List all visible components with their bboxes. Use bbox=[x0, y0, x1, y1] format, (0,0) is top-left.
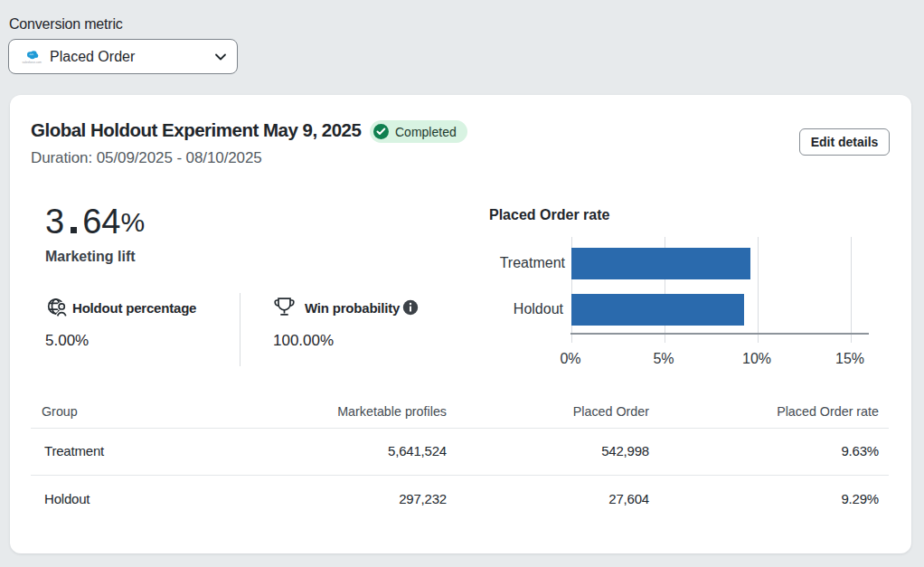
svg-text:salesforce.com: salesforce.com bbox=[23, 61, 42, 64]
